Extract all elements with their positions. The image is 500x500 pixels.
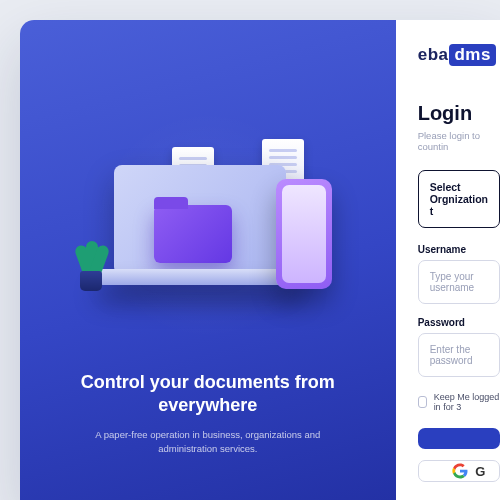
hero-panel: Control your documents from everywhere A… (20, 20, 396, 500)
remember-row: Keep Me logged in for 3 (418, 392, 500, 412)
brand-logo: ebadms (418, 44, 500, 66)
login-button[interactable] (418, 428, 500, 449)
remember-label: Keep Me logged in for 3 (434, 392, 500, 412)
brand-part1: eba (418, 45, 449, 64)
folder-icon (154, 205, 232, 263)
organization-select-label: Select Orgnization t (430, 181, 488, 217)
username-label: Username (418, 244, 500, 255)
login-subheading: Please login to countin (418, 130, 500, 152)
password-placeholder: Enter the password (430, 344, 473, 366)
google-button-label: G (475, 464, 485, 479)
hero-subtitle: A paper-free operation in business, orga… (78, 428, 338, 457)
username-placeholder: Type your username (430, 271, 474, 293)
username-input[interactable]: Type your username (418, 260, 500, 304)
google-login-button[interactable]: G (418, 460, 500, 482)
login-heading: Login (418, 102, 500, 125)
remember-checkbox[interactable] (418, 396, 427, 408)
password-input[interactable]: Enter the password (418, 333, 500, 377)
plant-icon (76, 233, 106, 291)
laptop-base-icon (96, 269, 304, 285)
hero-title: Control your documents from everywhere (78, 371, 338, 418)
login-form-panel: ebadms Login Please login to countin Sel… (396, 20, 500, 500)
password-label: Password (418, 317, 500, 328)
login-card: Control your documents from everywhere A… (20, 20, 500, 500)
hero-illustration (78, 141, 338, 321)
phone-icon (276, 179, 332, 289)
google-icon (452, 463, 468, 479)
organization-select[interactable]: Select Orgnization t (418, 170, 500, 228)
brand-part2: dms (449, 44, 495, 66)
